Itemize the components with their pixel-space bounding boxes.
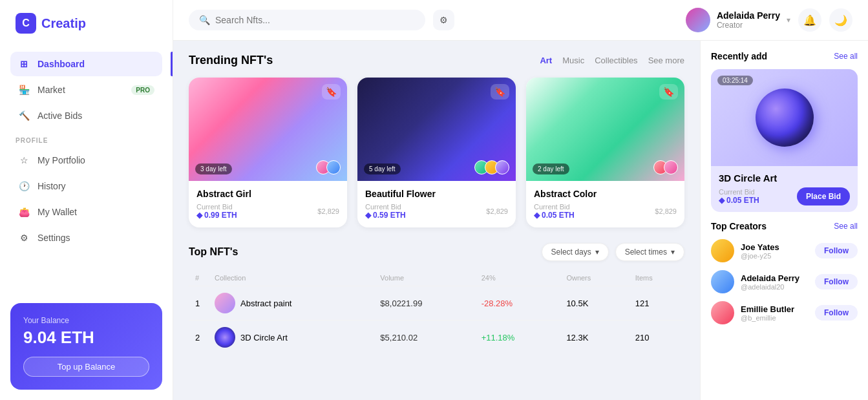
- bid-label-2: Current Bid: [365, 203, 406, 211]
- coll-thumb-1: [215, 293, 235, 313]
- col-header-pct: 24%: [475, 270, 560, 286]
- nft-name-2: Beautiful Flower: [365, 189, 508, 199]
- notification-button[interactable]: 🔔: [798, 8, 821, 32]
- search-bar: 🔍: [189, 10, 425, 30]
- coll-thumb-2: [215, 327, 235, 348]
- nft-info-1: Abstract Girl Current Bid ◆ 0.99 ETH $2,…: [189, 181, 347, 227]
- nft-bid-1: Current Bid ◆ 0.99 ETH $2,829: [196, 203, 339, 220]
- nft-image-2: 5 day left 🔖: [357, 78, 516, 181]
- trending-title: Trending NFT's: [189, 54, 540, 67]
- search-icon: 🔍: [199, 15, 210, 25]
- bookmark-icon-1[interactable]: 🔖: [322, 84, 341, 100]
- tab-collectibles[interactable]: Collectibles: [595, 56, 637, 65]
- profile-section-label: PROFILE: [10, 129, 162, 148]
- sidebar-item-settings[interactable]: ⚙ Settings: [10, 226, 162, 250]
- col-header-num: #: [189, 270, 208, 286]
- bell-icon: 🔔: [803, 14, 816, 26]
- recently-header: Recently add See all: [711, 51, 858, 61]
- bookmark-icon-2[interactable]: 🔖: [491, 84, 509, 100]
- row1-num: 1: [189, 286, 208, 321]
- logo: C Creatip: [0, 0, 173, 47]
- sidebar-nav: ⊞ Dashboard 🏪 Market PRO 🔨 Active Bids P…: [0, 47, 173, 257]
- nft-info-2: Beautiful Flower Current Bid ◆ 0.59 ETH …: [357, 181, 516, 227]
- row1-collection: Abstract paint: [208, 286, 374, 321]
- dark-mode-button[interactable]: 🌙: [829, 8, 852, 32]
- follow-button-3[interactable]: Follow: [815, 305, 858, 321]
- creator-handle-3: @b_emillie: [741, 314, 809, 322]
- store-icon: 🏪: [18, 84, 30, 96]
- bid-amount-2: ◆ 0.59 ETH: [365, 211, 406, 220]
- main-area: 🔍 ⚙ Adelaida Perry Creator ▾ 🔔 🌙 Trendin…: [173, 0, 868, 400]
- creator-info-3: Emillie Butler @b_emillie: [741, 304, 809, 322]
- nft-bid-2: Current Bid ◆ 0.59 ETH $2,829: [365, 203, 508, 220]
- select-times-dropdown[interactable]: Select times ▾: [615, 243, 684, 261]
- creator-item-1: Joe Yates @joe-y25 Follow: [711, 239, 858, 262]
- tab-music[interactable]: Music: [562, 56, 584, 65]
- nft-image-1: 3 day left 🔖: [189, 78, 347, 181]
- nft-badge-3: 2 day left: [533, 163, 569, 174]
- nft-badge-2: 5 day left: [364, 163, 401, 174]
- bid-label-1: Current Bid: [196, 203, 237, 211]
- bid-left-2: Current Bid ◆ 0.59 ETH: [365, 203, 406, 220]
- eth-icon-2: ◆: [365, 211, 371, 220]
- place-bid-button[interactable]: Place Bid: [797, 187, 850, 205]
- creator-info-2: Adelaida Perry @adelaidal20: [741, 273, 809, 291]
- featured-card: 03:25:14 3D Circle Art Current Bid ◆ 0.0…: [711, 69, 858, 212]
- sidebar-item-market[interactable]: 🏪 Market PRO: [10, 78, 162, 102]
- balance-card: Your Balance 9.04 ETH Top up Balance: [10, 303, 162, 390]
- creators-see-all[interactable]: See all: [834, 222, 858, 231]
- top-creators-title: Top Creators: [711, 221, 834, 231]
- recently-title: Recently add: [711, 51, 834, 61]
- eth-icon-3: ◆: [534, 211, 540, 220]
- follow-button-2[interactable]: Follow: [815, 274, 858, 289]
- nft-card-3: 2 day left 🔖 Abstract Color Current Bid: [526, 78, 684, 227]
- bid-amount-1: ◆ 0.99 ETH: [196, 211, 237, 220]
- featured-info: 3D Circle Art Current Bid ◆ 0.05 ETH Pla…: [711, 166, 858, 212]
- see-more-trending[interactable]: See more: [648, 56, 684, 65]
- sidebar-item-my-portfolio[interactable]: ☆ My Portfolio: [10, 148, 162, 173]
- right-sidebar: Recently add See all 03:25:14 3D Circle …: [700, 41, 868, 400]
- moon-icon: 🌙: [834, 14, 847, 26]
- filter-button[interactable]: ⚙: [433, 10, 454, 30]
- logo-icon: C: [16, 13, 36, 34]
- creator-name-2: Adelaida Perry: [741, 273, 809, 283]
- bookmark-icon-3[interactable]: 🔖: [659, 84, 678, 100]
- tab-art[interactable]: Art: [540, 56, 552, 65]
- row1-pct: -28.28%: [475, 286, 560, 321]
- row2-items: 210: [629, 321, 684, 355]
- row2-pct: +11.18%: [475, 321, 560, 355]
- balance-label: Your Balance: [23, 316, 149, 325]
- creator-name-3: Emillie Butler: [741, 304, 809, 314]
- wallet-icon: 👛: [18, 206, 30, 218]
- sidebar-item-dashboard[interactable]: ⊞ Dashboard: [10, 52, 162, 76]
- user-info[interactable]: Adelaida Perry Creator ▾: [686, 8, 790, 32]
- avatar: [686, 8, 710, 32]
- follow-button-1[interactable]: Follow: [815, 243, 858, 258]
- featured-bid-amount: ◆ 0.05 ETH: [719, 196, 759, 205]
- nft-card-1: 3 day left 🔖 Abstract Girl Current Bid: [189, 78, 347, 227]
- nft-name-3: Abstract Color: [534, 189, 677, 199]
- creator-item-2: Adelaida Perry @adelaidal20 Follow: [711, 270, 858, 293]
- nft-name-1: Abstract Girl: [196, 189, 339, 199]
- sidebar: C Creatip ⊞ Dashboard 🏪 Market PRO 🔨 Act…: [0, 0, 173, 400]
- creator-handle-2: @adelaidal20: [741, 283, 809, 291]
- sidebar-item-active-bids[interactable]: 🔨 Active Bids: [10, 103, 162, 128]
- eth-icon-featured: ◆: [719, 196, 725, 205]
- balance-amount: 9.04 ETH: [23, 328, 149, 348]
- featured-bid-left: Current Bid ◆ 0.05 ETH: [719, 188, 759, 205]
- filter-icon: ⚙: [439, 15, 448, 25]
- nft-image-3: 2 day left 🔖: [526, 78, 684, 181]
- featured-bid-row: Current Bid ◆ 0.05 ETH Place Bid: [719, 187, 850, 205]
- bid-left-1: Current Bid ◆ 0.99 ETH: [196, 203, 237, 220]
- top-nfts-header: Top NFT's Select days ▾ Select times ▾: [189, 243, 684, 261]
- top-nfts-title: Top NFT's: [189, 246, 535, 258]
- recently-see-all[interactable]: See all: [834, 52, 858, 61]
- search-input[interactable]: [215, 15, 415, 25]
- featured-bid-label: Current Bid: [719, 188, 759, 196]
- top-up-button[interactable]: Top up Balance: [23, 357, 149, 377]
- select-days-dropdown[interactable]: Select days ▾: [542, 243, 609, 261]
- bid-label-3: Current Bid: [534, 203, 575, 211]
- sidebar-item-history[interactable]: 🕐 History: [10, 174, 162, 198]
- sidebar-item-my-wallet[interactable]: 👛 My Wallet: [10, 200, 162, 224]
- nft-badge-1: 3 day left: [195, 163, 232, 174]
